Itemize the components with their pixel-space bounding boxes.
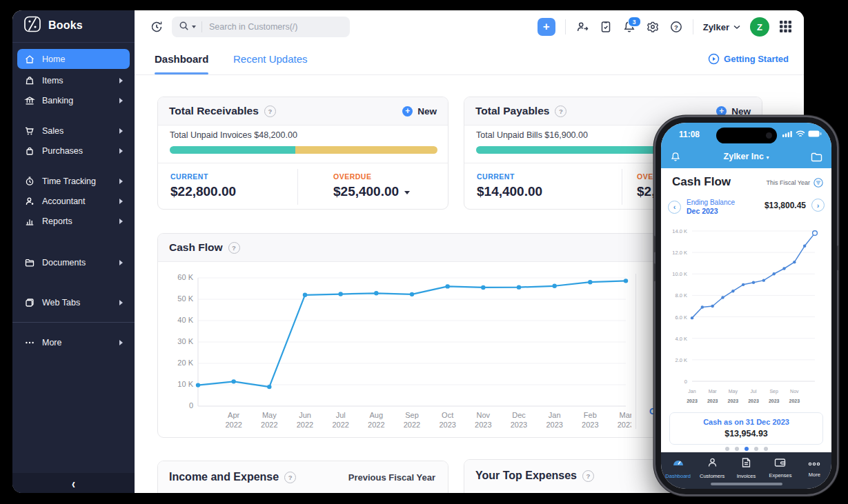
zoho-books-logo-icon bbox=[23, 15, 41, 36]
subscription-checklist-icon[interactable] bbox=[599, 20, 613, 34]
settings-gear-icon[interactable] bbox=[646, 20, 660, 34]
card-title: Total Payables bbox=[475, 105, 549, 117]
card-title: Income and Expense bbox=[169, 471, 279, 483]
fiscal-year-selector[interactable]: Previous Fiscal Year bbox=[348, 461, 435, 493]
sidebar-item-reports[interactable]: Reports bbox=[17, 211, 130, 231]
svg-text:May: May bbox=[262, 411, 277, 419]
divider bbox=[158, 163, 448, 163]
help-icon[interactable]: ? bbox=[669, 20, 683, 34]
referral-icon[interactable] bbox=[575, 20, 589, 34]
tab-dashboard[interactable]: Dashboard bbox=[155, 43, 208, 74]
svg-text:2.0 K: 2.0 K bbox=[675, 357, 687, 363]
cash-as-on-link[interactable]: Cash as on 31 Dec 2023 bbox=[673, 418, 820, 426]
svg-text:Jul: Jul bbox=[751, 389, 757, 394]
page-dot-active[interactable] bbox=[745, 447, 749, 451]
quick-create-button[interactable]: + bbox=[538, 18, 555, 36]
phone-period-selector[interactable]: This Fiscal Year bbox=[766, 178, 823, 188]
phone-body: Cash Flow This Fiscal Year ‹ Ending Bala… bbox=[661, 168, 831, 452]
svg-text:2022: 2022 bbox=[404, 421, 420, 429]
sidebar-item-accountant[interactable]: Accountant bbox=[17, 191, 130, 211]
notifications-bell-icon[interactable]: 3 bbox=[622, 20, 636, 34]
phone-tab-label: More bbox=[809, 472, 820, 478]
page-dot[interactable] bbox=[764, 447, 768, 451]
apps-grid-icon[interactable] bbox=[779, 20, 793, 34]
help-circle-icon[interactable]: ? bbox=[228, 242, 240, 254]
home-icon bbox=[24, 54, 35, 65]
chevron-right-icon bbox=[119, 260, 123, 265]
svg-text:2023: 2023 bbox=[687, 399, 698, 403]
phone-tab-more[interactable]: More bbox=[798, 452, 831, 489]
search-scope-caret-icon[interactable] bbox=[192, 26, 196, 28]
phone-tab-dashboard[interactable]: Dashboard bbox=[661, 452, 695, 489]
getting-started-link[interactable]: Getting Started bbox=[708, 43, 789, 74]
card-title: Total Receivables bbox=[169, 105, 259, 117]
sidebar-item-purchases[interactable]: Purchases bbox=[17, 141, 130, 161]
sidebar-item-banking[interactable]: Banking bbox=[17, 90, 130, 110]
svg-text:Nov: Nov bbox=[477, 411, 491, 419]
cash-summary-box: Cash as on 31 Dec 2023 $13,954.93 bbox=[669, 412, 823, 445]
search-input[interactable] bbox=[208, 21, 328, 32]
global-search[interactable] bbox=[172, 17, 350, 37]
svg-text:2023: 2023 bbox=[748, 399, 759, 403]
phone-tab-label: Dashboard bbox=[665, 473, 691, 479]
next-month-button[interactable]: › bbox=[811, 199, 825, 212]
help-circle-icon[interactable]: ? bbox=[555, 105, 566, 117]
page-dot[interactable] bbox=[725, 447, 729, 451]
home-indicator[interactable] bbox=[711, 483, 782, 485]
previous-month-button[interactable]: ‹ bbox=[668, 201, 681, 214]
sidebar-item-items[interactable]: Items bbox=[17, 70, 130, 90]
sidebar-item-time-tracking[interactable]: Time Tracking bbox=[17, 171, 130, 191]
svg-text:Jan: Jan bbox=[688, 389, 696, 394]
phone-screen: 11:08 bbox=[661, 123, 831, 489]
svg-text:Aug: Aug bbox=[370, 411, 384, 419]
phone-org-switcher[interactable]: Zylker Inc ▾ bbox=[661, 152, 831, 161]
user-avatar[interactable]: Z bbox=[750, 17, 769, 37]
page-dot[interactable] bbox=[735, 447, 739, 451]
overdue-portion bbox=[295, 146, 437, 154]
sidebar-item-sales[interactable]: Sales bbox=[17, 121, 130, 141]
org-name: Zylker bbox=[703, 22, 729, 32]
caret-down-icon: ▾ bbox=[766, 154, 769, 161]
svg-text:Mar: Mar bbox=[709, 389, 718, 394]
overdue-amount: $25,400.00 bbox=[333, 184, 399, 199]
dashboard-gauge-icon bbox=[672, 457, 684, 471]
sidebar-collapse-button[interactable]: ‹ bbox=[12, 473, 135, 493]
sidebar-item-documents[interactable]: Documents bbox=[17, 252, 130, 272]
help-circle-icon[interactable]: ? bbox=[582, 470, 594, 482]
svg-text:4.0 K: 4.0 K bbox=[675, 336, 687, 342]
dynamic-island bbox=[716, 128, 777, 143]
power-button bbox=[837, 245, 839, 270]
help-circle-icon[interactable]: ? bbox=[284, 472, 296, 483]
svg-text:2022: 2022 bbox=[368, 421, 384, 429]
card-header: Income and Expense ? Previous Fiscal Yea… bbox=[158, 461, 448, 493]
chevron-down-icon bbox=[733, 25, 740, 30]
wifi-icon bbox=[796, 130, 805, 137]
app-logo[interactable]: Books bbox=[12, 10, 135, 41]
org-switcher[interactable]: Zylker bbox=[703, 22, 740, 32]
folder-icon[interactable] bbox=[811, 152, 822, 165]
documents-folder-icon bbox=[24, 257, 35, 268]
svg-text:2023: 2023 bbox=[511, 421, 527, 429]
svg-text:Dec: Dec bbox=[512, 411, 526, 419]
sidebar-item-more[interactable]: More bbox=[17, 332, 130, 352]
volume-up-button bbox=[653, 236, 655, 252]
items-icon bbox=[24, 75, 35, 86]
sidebar-item-home[interactable]: Home bbox=[17, 49, 130, 69]
tab-recent-updates[interactable]: Recent Updates bbox=[233, 43, 308, 74]
overdue-dropdown-caret-icon[interactable] bbox=[404, 191, 410, 194]
sidebar: Books HomeItemsBankingSalesPurchasesTime… bbox=[12, 10, 135, 493]
page-dot[interactable] bbox=[754, 447, 758, 451]
help-circle-icon[interactable]: ? bbox=[264, 105, 276, 117]
receivables-progress-bar bbox=[170, 146, 437, 154]
sidebar-item-label: Time Tracking bbox=[42, 177, 119, 186]
card-header: Total Receivables ? + New bbox=[158, 97, 448, 125]
sidebar-item-label: Web Tabs bbox=[42, 298, 119, 308]
svg-text:Jun: Jun bbox=[299, 411, 311, 419]
chevron-right-icon bbox=[119, 128, 123, 134]
card-title: Your Top Expenses bbox=[475, 470, 577, 482]
svg-text:Mar: Mar bbox=[620, 411, 631, 419]
recent-history-icon[interactable] bbox=[150, 20, 164, 34]
svg-text:20 K: 20 K bbox=[177, 359, 193, 367]
new-invoice-button[interactable]: + New bbox=[402, 97, 437, 125]
sidebar-item-web-tabs[interactable]: Web Tabs bbox=[17, 292, 130, 312]
